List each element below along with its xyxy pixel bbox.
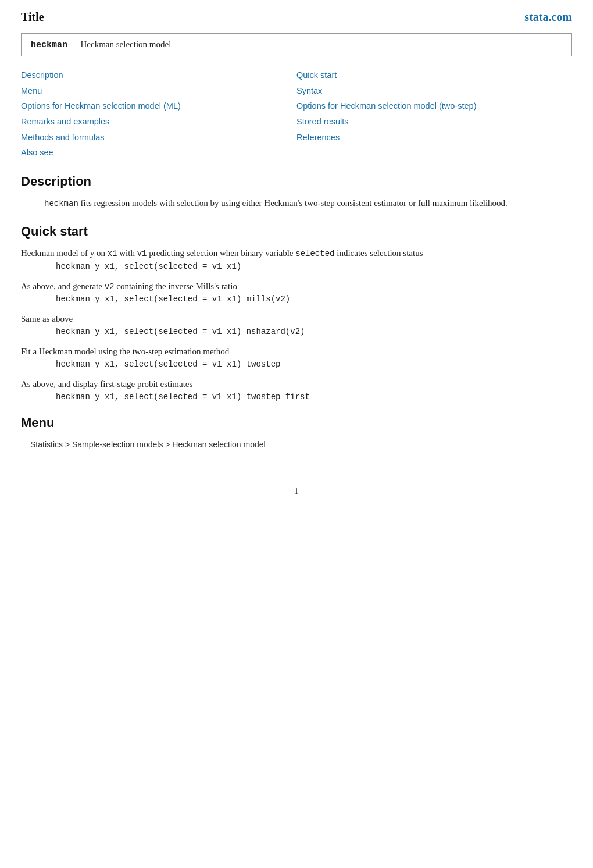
toc-link-methods[interactable]: Methods and formulas <box>21 130 296 145</box>
toc-link-description[interactable]: Description <box>21 68 296 83</box>
description-body: heckman fits regression models with sele… <box>44 196 572 210</box>
toc-left-col: Description Menu Options for Heckman sel… <box>21 68 296 160</box>
quick-start-section: Quick start Heckman model of y on x1 wit… <box>21 224 572 401</box>
page-number: 1 <box>0 487 593 510</box>
qs-text-4: Fit a Heckman model using the two-step e… <box>21 344 572 358</box>
description-text: fits regression models with selection by… <box>81 198 508 208</box>
toc-link-also-see[interactable]: Also see <box>21 145 296 160</box>
qs-item-2: As above, and generate v2 containing the… <box>21 279 572 304</box>
qs-item-1: Heckman model of y on x1 with v1 predict… <box>21 246 572 271</box>
qs-code-4: heckman y x1, select(selected = v1 x1) t… <box>56 360 572 369</box>
toc-link-syntax[interactable]: Syntax <box>296 84 572 98</box>
menu-path: Statistics > Sample-selection models > H… <box>30 437 572 452</box>
toc-link-options-ml[interactable]: Options for Heckman selection model (ML) <box>21 99 296 113</box>
toc-link-references[interactable]: References <box>296 130 572 145</box>
toc-link-remarks[interactable]: Remarks and examples <box>21 115 296 129</box>
main-content: Description heckman fits regression mode… <box>0 174 593 452</box>
qs-text-3: Same as above <box>21 312 572 326</box>
title-description: Heckman selection model <box>81 40 172 49</box>
quick-start-heading: Quick start <box>21 224 572 239</box>
qs-item-3: Same as above heckman y x1, select(selec… <box>21 312 572 336</box>
toc-link-options-two-step[interactable]: Options for Heckman selection model (two… <box>296 99 572 113</box>
toc-link-quick-start[interactable]: Quick start <box>296 68 572 83</box>
page-title: Title <box>21 10 44 24</box>
page-header: Title stata.com <box>0 0 593 29</box>
toc-link-stored-results[interactable]: Stored results <box>296 115 572 129</box>
qs-inline-x1: x1 <box>108 249 117 258</box>
toc-right-col: Quick start Syntax Options for Heckman s… <box>296 68 572 160</box>
qs-item-5: As above, and display first-stage probit… <box>21 377 572 401</box>
stata-link[interactable]: stata.com <box>524 10 572 24</box>
title-separator: — <box>70 40 78 49</box>
qs-text-1: Heckman model of y on x1 with v1 predict… <box>21 246 572 260</box>
qs-inline-v2: v2 <box>105 282 115 291</box>
heckman-inline-code: heckman <box>44 199 78 208</box>
qs-inline-selected: selected <box>295 249 334 258</box>
menu-heading: Menu <box>21 415 572 431</box>
qs-code-3: heckman y x1, select(selected = v1 x1) n… <box>56 327 572 336</box>
toc-link-menu[interactable]: Menu <box>21 84 296 98</box>
qs-code-5: heckman y x1, select(selected = v1 x1) t… <box>56 392 572 401</box>
qs-text-5: As above, and display first-stage probit… <box>21 377 572 391</box>
command-name: heckman <box>31 40 67 50</box>
menu-section: Menu Statistics > Sample-selection model… <box>21 415 572 452</box>
description-section: Description heckman fits regression mode… <box>21 174 572 210</box>
qs-code-1: heckman y x1, select(selected = v1 x1) <box>56 262 572 271</box>
toc: Description Menu Options for Heckman sel… <box>21 68 572 160</box>
qs-item-4: Fit a Heckman model using the two-step e… <box>21 344 572 369</box>
description-heading: Description <box>21 174 572 189</box>
qs-inline-v1: v1 <box>137 249 147 258</box>
title-box: heckman — Heckman selection model <box>21 33 572 56</box>
qs-code-2: heckman y x1, select(selected = v1 x1) m… <box>56 294 572 304</box>
qs-text-2: As above, and generate v2 containing the… <box>21 279 572 293</box>
